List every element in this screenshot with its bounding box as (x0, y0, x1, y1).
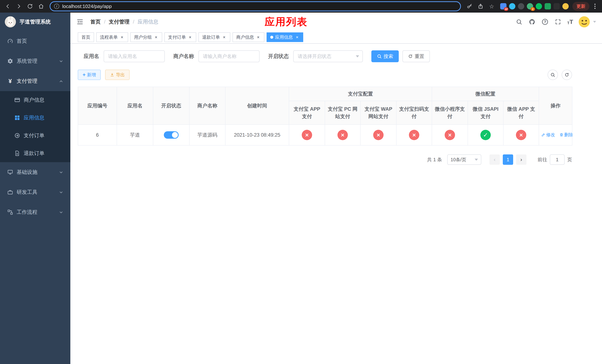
alipay-app-status-icon[interactable]: × (302, 130, 312, 140)
page-size-select[interactable]: 10条/页 (447, 154, 481, 165)
extension-icon[interactable]: 10 (500, 3, 506, 10)
breadcrumb-payment[interactable]: 支付管理 (109, 18, 129, 25)
chevron-down-icon (356, 55, 359, 57)
bookmark-star-icon[interactable]: ☆ (487, 1, 496, 11)
export-button[interactable]: 导出 (105, 70, 129, 80)
back-icon[interactable] (3, 1, 13, 11)
extension-icon[interactable]: 1 (527, 3, 533, 10)
sidebar-menu: 首页 系统管理 ¥ 支付管理 (0, 31, 70, 222)
sidebar-item-workflow[interactable]: 工作流程 (0, 202, 70, 222)
extension-icon[interactable] (536, 3, 542, 10)
close-tab-icon[interactable]: × (154, 35, 159, 40)
extension-icon[interactable] (553, 3, 560, 10)
alipay-wap-status-icon[interactable]: × (373, 130, 384, 140)
col-app-id: 应用编号 (78, 87, 117, 125)
page-content: 应用名 商户名称 开启状态 请选择开启状态 (70, 44, 602, 364)
cell-status (153, 125, 189, 145)
pencil-icon (541, 133, 545, 137)
wechat-jsapi-status-icon[interactable]: ✓ (480, 130, 491, 140)
tab-process-form[interactable]: 流程表单× (96, 32, 128, 42)
sidebar-item-devtools[interactable]: 研发工具 (0, 182, 70, 202)
workflow-icon (7, 209, 13, 215)
next-page-button[interactable]: › (516, 154, 527, 165)
alipay-qr-status-icon[interactable]: × (409, 130, 419, 140)
forward-icon[interactable] (14, 1, 24, 11)
merchant-name-input[interactable] (198, 50, 259, 62)
sidebar-item-infrastructure[interactable]: 基础设施 (0, 162, 70, 182)
search-button[interactable]: 搜索 (371, 50, 399, 62)
address-bar[interactable]: i localhost:1024/pay/app (50, 1, 461, 11)
fullscreen-icon[interactable] (554, 18, 562, 26)
sidebar-item-pay-order[interactable]: 支付订单 (0, 127, 70, 144)
chevron-down-icon (59, 190, 63, 194)
github-icon[interactable] (528, 18, 536, 26)
page-1-button[interactable]: 1 (503, 154, 513, 165)
toggle-search-button[interactable] (548, 70, 558, 80)
breadcrumb-home[interactable]: 首页 (90, 18, 101, 25)
help-icon[interactable]: ? (541, 18, 549, 26)
breadcrumb-separator: / (133, 19, 134, 25)
wechat-lite-status-icon[interactable]: × (445, 130, 455, 140)
reset-button[interactable]: 重置 (402, 50, 430, 62)
sidebar-item-app-info[interactable]: 应用信息 (0, 109, 70, 127)
browser-update-button[interactable]: 更新 (572, 2, 589, 11)
edit-link[interactable]: 修改 (541, 132, 555, 138)
tab-user-group[interactable]: 用户分组× (130, 32, 162, 42)
font-size-icon[interactable]: TT (567, 19, 573, 25)
tab-refund-order[interactable]: 退款订单× (198, 32, 230, 42)
app-logo[interactable]: 芋道管理系统 (0, 13, 70, 31)
sidebar-item-merchant-info[interactable]: 商户信息 (0, 91, 70, 109)
password-key-icon[interactable] (465, 1, 474, 11)
prev-page-button[interactable]: ‹ (489, 154, 500, 165)
bank-card-icon (14, 97, 20, 103)
tab-app-info[interactable]: 应用信息× (267, 32, 303, 42)
user-avatar[interactable] (579, 16, 590, 27)
app-name-label: 应用名 (84, 53, 99, 60)
home-icon[interactable] (36, 1, 46, 11)
dashboard-icon (7, 38, 13, 44)
extension-icon[interactable] (509, 3, 515, 10)
close-tab-icon[interactable]: × (295, 35, 300, 40)
payment-submenu: 商户信息 应用信息 支付订单 (0, 91, 70, 162)
alipay-pc-status-icon[interactable]: × (337, 130, 348, 140)
extension-icon[interactable] (562, 3, 569, 10)
group-alipay-config: 支付宝配置 (289, 87, 432, 101)
sidebar-toggle-icon[interactable] (76, 18, 85, 26)
site-info-icon[interactable]: i (54, 4, 59, 9)
sidebar-item-system[interactable]: 系统管理 (0, 51, 70, 71)
col-merchant-name: 商户名称 (189, 87, 225, 125)
navbar-tools: ? TT (515, 16, 596, 27)
breadcrumb-current: 应用信息 (138, 18, 159, 25)
extension-icon[interactable] (518, 3, 524, 10)
wechat-app-status-icon[interactable]: × (516, 130, 526, 140)
extension-icon[interactable] (545, 3, 551, 10)
group-wechat-config: 微信配置 (432, 87, 539, 101)
sidebar-item-refund-order[interactable]: 退款订单 (0, 144, 70, 162)
close-tab-icon[interactable]: × (119, 35, 124, 40)
browser-menu-icon[interactable] (591, 4, 599, 9)
tab-merchant-info[interactable]: 商户信息× (233, 32, 264, 42)
close-tab-icon[interactable]: × (256, 35, 261, 40)
close-tab-icon[interactable]: × (222, 35, 226, 40)
filter-form: 应用名 商户名称 开启状态 请选择开启状态 (78, 50, 572, 62)
goto-input[interactable] (550, 154, 565, 165)
close-tab-icon[interactable]: × (188, 35, 193, 40)
status-toggle[interactable] (164, 131, 179, 139)
download-icon (110, 73, 114, 77)
status-select[interactable]: 请选择开启状态 (293, 50, 363, 62)
app-name-input[interactable] (104, 50, 165, 62)
chevron-down-icon (59, 170, 63, 174)
refresh-button[interactable] (562, 70, 572, 80)
reload-icon[interactable] (25, 1, 35, 11)
share-icon[interactable] (476, 1, 485, 11)
col-alipay-pc: 支付宝 PC 网站支付 (325, 101, 360, 125)
search-icon[interactable] (515, 18, 523, 26)
sidebar-item-home[interactable]: 首页 (0, 31, 70, 51)
page-unit-label: 页 (567, 156, 572, 163)
delete-link[interactable]: 删除 (559, 132, 573, 138)
sidebar-item-payment[interactable]: ¥ 支付管理 (0, 71, 70, 91)
tab-pay-order[interactable]: 支付订单× (164, 32, 196, 42)
add-button[interactable]: + 新增 (78, 70, 101, 80)
tab-home[interactable]: 首页 (78, 32, 94, 42)
user-menu-caret-icon[interactable] (593, 21, 596, 23)
